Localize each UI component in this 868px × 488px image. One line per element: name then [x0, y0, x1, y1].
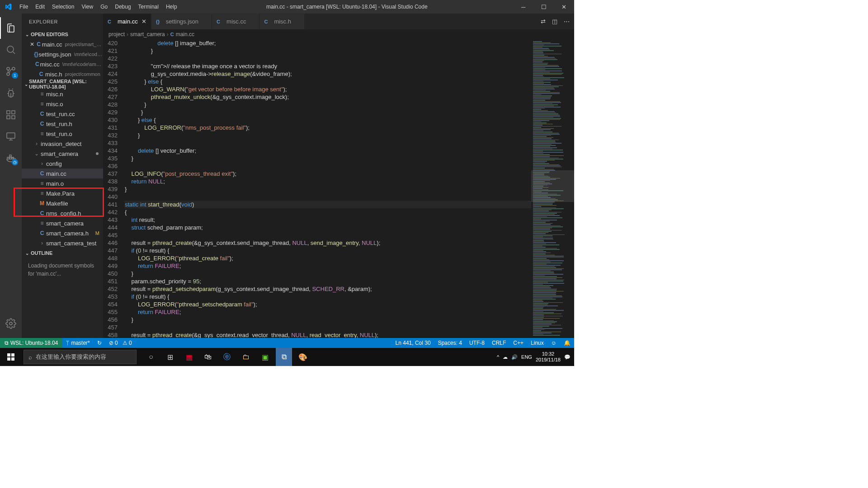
explorer-item[interactable]: ≡main.o — [22, 178, 103, 188]
menu-debug[interactable]: Debug — [111, 0, 134, 14]
explorer-item[interactable]: MMakefile — [22, 198, 103, 208]
cortana-icon[interactable]: ○ — [143, 348, 159, 366]
explorer-item[interactable]: Csmart_camera.hM — [22, 228, 103, 238]
main-menu: FileEditSelectionViewGoDebugTerminalHelp — [16, 0, 181, 14]
task-view-icon[interactable]: ⊞ — [162, 348, 178, 366]
volume-icon[interactable]: 🔊 — [511, 354, 518, 360]
explorer-item[interactable]: ⌄smart_camera — [22, 149, 103, 159]
edge-icon[interactable]: ⓔ — [219, 348, 235, 366]
minimap[interactable] — [531, 39, 574, 338]
menu-help[interactable]: Help — [162, 0, 181, 14]
menu-terminal[interactable]: Terminal — [135, 0, 162, 14]
app-2-icon[interactable]: ▣ — [257, 348, 273, 366]
bc-file[interactable]: main.cc — [176, 31, 194, 38]
code-content[interactable]: delete [] image_buffer; } "cm">// releas… — [125, 39, 531, 338]
svg-point-0 — [7, 46, 14, 52]
close-button[interactable]: ✕ — [554, 0, 574, 14]
open-editor-item[interactable]: Cmisc.cc\mnt\e\code\smart_camer... — [22, 59, 103, 69]
more-actions-icon[interactable]: ⋯ — [564, 18, 570, 25]
compare-icon[interactable]: ⇄ — [541, 18, 546, 25]
docker-activity[interactable]: ◷ — [0, 147, 22, 169]
scm-activity[interactable]: 1 — [0, 61, 22, 82]
explorer-item[interactable]: ≡smart_camera — [22, 218, 103, 228]
open-editor-item[interactable]: Cmisc.hproject/common — [22, 69, 103, 79]
start-button[interactable] — [0, 348, 22, 366]
explorer-item[interactable]: Ctest_run.cc — [22, 109, 103, 119]
cursor-position[interactable]: Ln 441, Col 30 — [392, 340, 434, 346]
git-branch[interactable]: ᛘmaster* — [62, 338, 93, 348]
ime-lang[interactable]: ENG — [521, 354, 532, 360]
bc-project[interactable]: project — [108, 31, 125, 38]
notifications-icon[interactable]: 🔔 — [560, 340, 574, 346]
explorer-item[interactable]: ›invasion_detect — [22, 139, 103, 149]
svg-rect-14 — [7, 353, 10, 357]
editor-tab[interactable]: Cmisc.h✕ — [259, 14, 305, 29]
explorer-activity[interactable] — [0, 17, 22, 39]
open-editor-item[interactable]: {}settings.json\mnt\e\code\smart_c... — [22, 49, 103, 59]
explorer-item[interactable]: ›config — [22, 159, 103, 169]
code-editor[interactable]: 4204214224234244254264274284294304314324… — [103, 39, 574, 338]
settings-activity[interactable] — [0, 313, 22, 334]
search-activity[interactable] — [0, 39, 22, 61]
onedrive-icon[interactable]: ☁ — [503, 354, 508, 360]
maximize-button[interactable]: ☐ — [533, 0, 554, 14]
remote-activity[interactable] — [0, 126, 22, 147]
git-sync[interactable]: ↻ — [94, 338, 105, 348]
explorer-item[interactable]: ≡misc.o — [22, 99, 103, 109]
debug-activity[interactable] — [0, 82, 22, 104]
app-1-icon[interactable]: ▦ — [181, 348, 197, 366]
action-center-icon[interactable]: 💬 — [564, 354, 571, 360]
title-bar: FileEditSelectionViewGoDebugTerminalHelp… — [0, 0, 574, 14]
taskbar-clock[interactable]: 10:32 2019/11/18 — [536, 351, 561, 363]
open-editor-item[interactable]: ✕Cmain.ccproject/smart_camera — [22, 39, 103, 49]
open-editors-section[interactable]: ⌄OPEN EDITORS — [22, 29, 103, 39]
os-indicator[interactable]: Linux — [527, 340, 547, 346]
menu-edit[interactable]: Edit — [32, 0, 48, 14]
taskbar-search[interactable]: ⌕在这里输入你要搜索的内容 — [24, 350, 137, 364]
minimap-slider[interactable] — [531, 170, 574, 202]
bc-folder[interactable]: smart_camera — [130, 31, 165, 38]
remote-indicator[interactable]: ⧉WSL: Ubuntu-18.04 — [0, 338, 62, 348]
breadcrumb[interactable]: project› smart_camera› C main.cc — [103, 29, 574, 39]
svg-rect-15 — [11, 353, 14, 357]
encoding[interactable]: UTF-8 — [466, 340, 488, 346]
menu-selection[interactable]: Selection — [48, 0, 78, 14]
folder-section[interactable]: ⌄SMART_CAMERA [WSL: UBUNTU-18.04] — [22, 79, 103, 89]
extensions-activity[interactable] — [0, 104, 22, 126]
menu-go[interactable]: Go — [97, 0, 111, 14]
svg-rect-12 — [9, 155, 11, 157]
line-gutter: 4204214224234244254264274284294304314324… — [103, 39, 125, 338]
minimize-button[interactable]: ─ — [513, 0, 533, 14]
explorer-item[interactable]: ≡test_run.o — [22, 129, 103, 139]
explorer-item[interactable]: Cnms_config.h — [22, 208, 103, 218]
editor-tab[interactable]: {}settings.json✕ — [151, 14, 212, 29]
app-3-icon[interactable]: 🎨 — [295, 348, 311, 366]
language-mode[interactable]: C++ — [509, 340, 527, 346]
editor-tab[interactable]: Cmain.cc✕ — [103, 14, 151, 29]
errors-count[interactable]: ⊘ 0⚠ 0 — [105, 338, 136, 348]
eol[interactable]: CRLF — [488, 340, 509, 346]
close-tab-icon[interactable]: ✕ — [142, 18, 146, 25]
outline-section[interactable]: ⌄OUTLINE — [22, 248, 103, 258]
explorer-item[interactable]: ≡misc.n — [22, 89, 103, 99]
indent-spaces[interactable]: Spaces: 4 — [434, 340, 466, 346]
open-editors-tree: ✕Cmain.ccproject/smart_camera{}settings.… — [22, 39, 103, 79]
split-editor-icon[interactable]: ◫ — [552, 18, 557, 25]
vscode-task-icon[interactable]: ⧉ — [276, 348, 292, 366]
feedback-icon[interactable]: ☺ — [547, 340, 560, 346]
svg-point-2 — [7, 73, 9, 75]
outline-loading: Loading document symbols for 'main.cc'..… — [22, 258, 103, 282]
explorer-icon[interactable]: 🗀 — [238, 348, 254, 366]
explorer-item[interactable]: Cmain.cc — [22, 169, 103, 178]
explorer-item[interactable]: ≡Make.Para — [22, 188, 103, 198]
explorer-item[interactable]: Ctest_run.h — [22, 119, 103, 129]
menu-file[interactable]: File — [16, 0, 32, 14]
svg-point-1 — [12, 67, 15, 70]
svg-rect-4 — [7, 111, 10, 114]
svg-rect-9 — [7, 157, 9, 159]
explorer-item[interactable]: ›smart_camera_test — [22, 238, 103, 248]
store-icon[interactable]: 🛍 — [200, 348, 216, 366]
menu-view[interactable]: View — [78, 0, 97, 14]
editor-tab[interactable]: Cmisc.cc✕ — [212, 14, 259, 29]
tray-up-icon[interactable]: ^ — [497, 354, 499, 360]
